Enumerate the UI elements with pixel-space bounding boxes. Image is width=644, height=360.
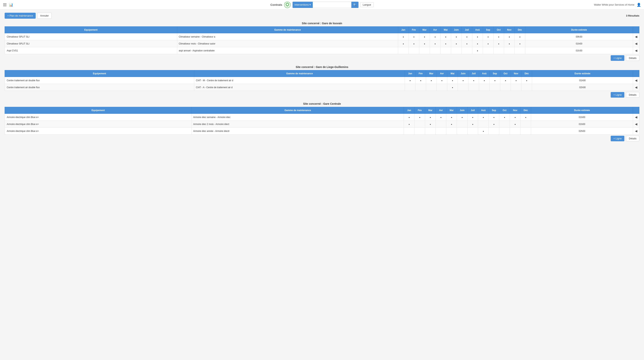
cell-equipment: Centre traitement air double flux [5, 77, 194, 84]
cell-month-5 [457, 128, 468, 135]
col-header-gamme: Gamme de maintenance [177, 26, 398, 33]
cell-month-7: ● [472, 40, 483, 47]
cell-month-7: ● [472, 47, 483, 54]
chevron-down-icon: ▾ [310, 3, 311, 6]
chevron-button[interactable]: ◀ [634, 129, 638, 133]
chart-icon[interactable]: 📊 [9, 3, 13, 7]
cell-chevron[interactable]: ◀ [633, 114, 640, 121]
search-wrapper: Interventions ▾ 🔍 [292, 1, 358, 8]
dot-icon: ● [472, 116, 473, 118]
ligne-button[interactable]: + Ligne [611, 136, 624, 141]
chevron-button[interactable]: ◀ [634, 49, 638, 52]
cell-month-5: ● [458, 77, 468, 84]
dot-icon: ● [413, 36, 414, 38]
search-dropdown-btn[interactable]: Interventions ▾ [292, 2, 313, 8]
cell-month-10: ● [504, 40, 514, 47]
user-icon: 👤 [637, 3, 641, 7]
cell-month-9 [500, 84, 511, 91]
dot-icon: ● [493, 116, 494, 118]
cell-chevron[interactable]: ◀ [633, 47, 640, 54]
cell-month-2: ● [419, 33, 430, 40]
search-input[interactable] [313, 2, 351, 8]
cell-month-8: ● [483, 33, 493, 40]
cell-month-6: ● [468, 77, 479, 84]
cell-chevron[interactable]: ◀ [633, 121, 640, 128]
toolbar: + Plan de maintenance Annuler 3 Résultat… [4, 13, 640, 19]
cell-month-0 [404, 128, 414, 135]
details-button[interactable]: Détails [626, 55, 640, 61]
chevron-button[interactable]: ◀ [634, 115, 638, 119]
col-header-Nov: Nov [510, 107, 520, 114]
chevron-button[interactable]: ◀ [634, 35, 638, 38]
dot-icon: ● [410, 79, 411, 82]
search-dropdown-label: Interventions [294, 3, 309, 6]
cell-gamme: CIAT - M - Centre de traitement air d [194, 77, 405, 84]
cell-month-0: ● [404, 114, 414, 121]
table-row: Armoire électrique clim Blue e+Armoire é… [5, 128, 640, 135]
ligne-button[interactable]: + Ligne [611, 55, 624, 61]
main-content: + Plan de maintenance Annuler 3 Résultat… [0, 10, 644, 149]
dot-icon: ● [472, 123, 473, 125]
cell-gamme: Climatiseur semaine - Climatiseur a [177, 33, 398, 40]
ligne-button[interactable]: + Ligne [611, 92, 624, 98]
cell-month-2: ● [425, 121, 436, 128]
cell-month-1 [408, 47, 419, 54]
details-button[interactable]: Détails [626, 136, 640, 141]
cell-chevron[interactable]: ◀ [633, 128, 640, 135]
cell-month-6: ● [462, 40, 472, 47]
cell-month-4 [440, 47, 451, 54]
sections-container: Site concerné : Gare de louvainEquipemen… [4, 22, 640, 141]
col-header-Fév: Fév [408, 26, 419, 33]
col-header-duree: Durée estimée [525, 26, 633, 33]
cell-month-4: ● [447, 77, 458, 84]
cell-gamme: Climatiseur mois - Climatiseur autor [177, 40, 398, 47]
col-header-Mar: Mar [419, 26, 430, 33]
cell-month-4: ● [440, 33, 451, 40]
dot-icon: ● [452, 79, 453, 82]
dot-icon: ● [519, 36, 520, 38]
hamburger-menu[interactable] [3, 3, 6, 6]
details-button[interactable]: Détails [626, 92, 640, 98]
cell-month-6 [468, 84, 479, 91]
cell-month-5 [451, 47, 462, 54]
cell-duree: 01h30 [525, 47, 633, 54]
chevron-button[interactable]: ◀ [634, 42, 638, 45]
cell-duree: 01h00 [525, 40, 633, 47]
cell-gamme: aspi annuel - Aspiration centralisée [177, 47, 398, 54]
chevron-button[interactable]: ◀ [634, 85, 638, 89]
header-right: Walter White pour Services of Home 👤 [594, 3, 641, 7]
header-left: 📊 [3, 3, 13, 7]
cell-equipment: Armoire électrique clim Blue e+ [5, 121, 192, 128]
cell-chevron[interactable]: ◀ [633, 33, 640, 40]
dot-icon: ● [477, 43, 478, 45]
cell-month-1 [414, 128, 425, 135]
cell-month-0 [398, 47, 408, 54]
search-button[interactable]: 🔍 [351, 2, 358, 8]
col-header-action [633, 26, 640, 33]
cell-gamme: Armoire élec 2 mois - Armoire élect [192, 121, 404, 128]
col-header-Juin: Juin [458, 70, 468, 77]
col-header-action [633, 70, 640, 77]
annuler-button[interactable]: Annuler [37, 13, 52, 19]
dot-icon: ● [494, 79, 496, 82]
langue-button[interactable]: Langue [360, 2, 374, 7]
svg-point-1 [286, 3, 288, 5]
cell-month-5 [457, 121, 468, 128]
table-row: Centre traitement air double fluxCIAT - … [5, 77, 640, 84]
cell-gamme: CIAT - A - Centre de traitement air d [194, 84, 405, 91]
col-header-duree: Durée estimée [531, 107, 633, 114]
col-header-Mar: Mar [425, 107, 436, 114]
cell-chevron[interactable]: ◀ [633, 77, 640, 84]
chevron-button[interactable]: ◀ [634, 122, 638, 126]
cell-chevron[interactable]: ◀ [633, 84, 640, 91]
section-0: Site concerné : Gare de louvainEquipemen… [4, 22, 640, 61]
col-header-Déc: Déc [520, 107, 531, 114]
cell-chevron[interactable]: ◀ [633, 40, 640, 47]
dot-icon: ● [403, 43, 404, 45]
plan-maintenance-button[interactable]: + Plan de maintenance [4, 13, 36, 19]
cell-month-10 [511, 84, 522, 91]
table-2: EquipementGamme de maintenanceJanFévMarA… [4, 107, 640, 135]
chevron-button[interactable]: ◀ [634, 78, 638, 82]
cell-month-2 [426, 84, 437, 91]
col-header-Juin: Juin [451, 26, 462, 33]
